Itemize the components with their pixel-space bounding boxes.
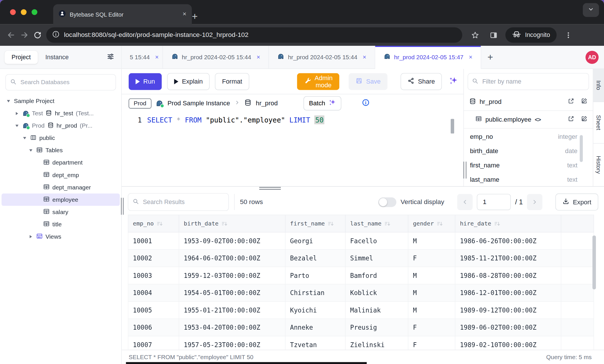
caret-down-icon[interactable] [14,125,19,127]
database-name[interactable]: hr_prod [256,100,278,107]
database-search[interactable] [5,74,116,90]
table-cell[interactable]: 10002 [128,250,179,267]
tree-item-dept-emp[interactable]: dept_emp [0,169,121,181]
column-header-birth_date[interactable]: birth_date [179,215,285,232]
table-cell[interactable]: 1986-08-28T00:00:00Z [455,267,561,284]
table-cell[interactable]: Zielinski [345,336,408,350]
tab-history[interactable]: History [593,144,604,186]
schema-column-row[interactable]: first_nametext [470,158,577,173]
code-icon[interactable]: <> [535,116,541,123]
prev-page-button[interactable] [457,194,473,210]
column-header-emp_no[interactable]: emp_no [128,215,179,232]
results-search[interactable] [128,193,229,211]
filter-settings-icon[interactable] [107,53,114,62]
page-number-input[interactable] [477,194,511,210]
sql-editor[interactable]: 1 SELECT*FROM"public"."employee"LIMIT50 [122,112,463,186]
tree-item-views[interactable]: Views [0,230,121,243]
external-link-icon[interactable] [568,98,574,106]
column-header-first_name[interactable]: first_name [285,215,346,232]
column-header-last_name[interactable]: last_name [345,215,408,232]
schema-filter-input[interactable] [481,78,585,86]
schema-database-row[interactable]: hr_prod [464,93,593,111]
table-cell[interactable]: Kyoichi [285,302,346,319]
sheet-tab-1[interactable]: 5 15:44 × [122,46,163,68]
info-icon[interactable] [362,98,370,108]
close-sheet-icon[interactable]: × [257,54,260,61]
table-cell[interactable]: M [408,284,455,302]
results-search-input[interactable] [142,198,224,206]
run-button[interactable]: Run [129,73,162,90]
schema-filter[interactable] [468,73,589,90]
caret-down-icon[interactable] [21,137,27,139]
tree-item-hr-test[interactable]: Test hr_test (Test... [0,107,121,120]
horizontal-splitter[interactable] [122,186,604,189]
table-cell[interactable]: 1964-06-02T00:00:00Z [179,250,285,267]
table-cell[interactable]: 1953-09-02T00:00:00Z [179,232,285,250]
new-tab-button[interactable]: + [192,11,198,21]
close-sheet-icon[interactable]: × [155,54,159,61]
table-cell[interactable]: 1986-06-26T00:00:00Z [455,232,561,250]
close-sheet-icon[interactable]: × [469,54,472,61]
table-cell[interactable]: 10005 [128,302,179,319]
ai-sparkle-icon[interactable] [449,76,458,87]
table-cell[interactable]: 1989-09-12T00:00:00Z [455,302,561,319]
column-header-gender[interactable]: gender [408,215,455,232]
schema-column-row[interactable]: last_nametext [470,172,577,186]
reload-button[interactable] [31,29,44,42]
table-cell[interactable]: 10001 [128,232,179,250]
table-cell[interactable]: Chirstian [285,284,346,302]
table-cell[interactable]: 10004 [128,284,179,302]
table-cell[interactable]: Preusig [345,319,408,336]
table-cell[interactable]: 1989-06-02T00:00:00Z [455,319,561,336]
user-avatar[interactable]: AD [585,51,599,64]
table-cell[interactable]: 1955-01-21T00:00:00Z [179,302,285,319]
admin-mode-button[interactable]: Admin mode [297,73,340,90]
save-button[interactable]: Save [349,73,387,90]
tree-item-salary[interactable]: salary [0,206,121,218]
table-cell[interactable]: Facello [345,232,408,250]
table-cell[interactable]: F [408,336,455,350]
edit-icon[interactable] [581,115,587,123]
caret-right-icon[interactable] [14,112,19,115]
zoom-window-button[interactable] [32,9,37,15]
caret-down-icon[interactable] [5,100,11,102]
table-cell[interactable]: Parto [285,267,346,284]
table-cell[interactable]: Bamford [345,267,408,284]
tab-instance[interactable]: Instance [38,51,76,64]
browser-tab[interactable]: Bytebase SQL Editor × [53,4,192,24]
table-cell[interactable]: 1986-12-01T00:00:00Z [455,284,561,302]
table-cell[interactable]: M [408,232,455,250]
forward-button[interactable] [18,29,31,42]
schema-table-row[interactable]: public.employee <> [464,111,593,128]
table-cell[interactable]: 1985-11-21T00:00:00Z [455,250,561,267]
table-cell[interactable]: Simmel [345,250,408,267]
close-sheet-icon[interactable]: × [363,54,366,61]
minimize-window-button[interactable] [21,9,27,15]
table-cell[interactable]: Tzvetan [285,336,346,350]
tree-item-title[interactable]: title [0,218,121,230]
tab-project[interactable]: Project [5,51,38,64]
table-cell[interactable]: M [408,267,455,284]
table-cell[interactable]: 10006 [128,319,179,336]
database-search-input[interactable] [20,78,111,86]
tree-item-sample-project[interactable]: Sample Project [0,95,121,107]
schema-column-row[interactable]: birth_datedate [470,144,577,158]
panel-resize-handle[interactable] [463,162,466,179]
sheet-tab-3[interactable]: hr_prod 2024-02-05 15:44 × [269,46,375,68]
table-cell[interactable]: Bezalel [285,250,346,267]
tree-item-tables[interactable]: Tables [0,144,121,157]
bookmark-star-icon[interactable] [468,29,482,42]
editor-scrollbar[interactable] [451,119,454,133]
tab-search-button[interactable] [583,3,599,17]
sheet-tab-4-active[interactable]: hr_prod 2024-02-05 15:47 × [375,46,481,69]
new-sheet-button[interactable]: + [487,52,493,62]
tree-item-employee[interactable]: employee [1,193,120,206]
site-info-icon[interactable] [52,30,60,39]
explain-button[interactable]: Explain [167,73,210,90]
sheet-tab-2[interactable]: hr_prod 2024-02-05 15:44 × [163,46,269,68]
export-button[interactable]: Export [556,193,598,210]
tree-item-department[interactable]: department [0,157,121,169]
tree-item-public-schema[interactable]: public [0,132,121,144]
tree-item-dept-manager[interactable]: dept_manager [0,181,121,193]
tab-sheet[interactable]: Sheet [593,102,604,143]
